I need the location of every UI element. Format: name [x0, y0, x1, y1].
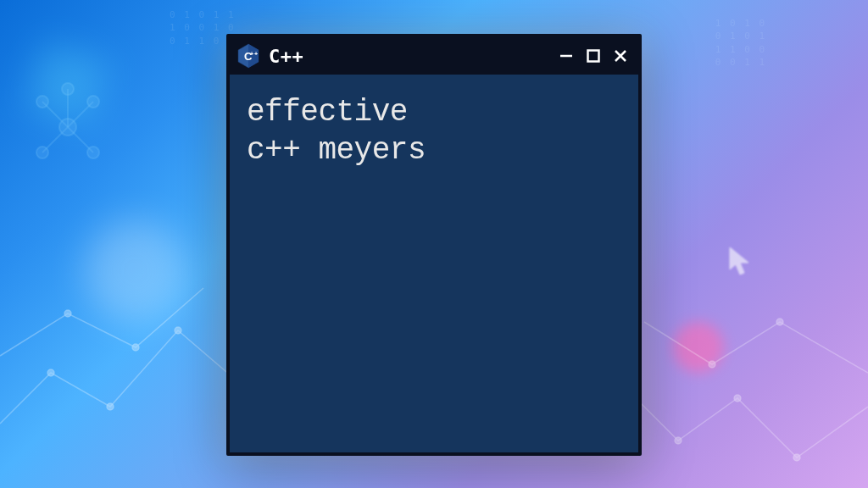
- maximize-button[interactable]: [584, 47, 603, 65]
- svg-point-2: [175, 327, 181, 334]
- svg-point-18: [36, 147, 48, 158]
- terminal-body[interactable]: effective c++ meyers: [230, 75, 638, 452]
- terminal-line: effective: [247, 95, 408, 130]
- svg-text:+: +: [250, 51, 253, 57]
- terminal-window: C + + C++ effective c++ meyers: [226, 34, 642, 456]
- bg-orb: [85, 220, 186, 322]
- bg-binary-texture: 1 0 1 0 0 1 0 1 1 1 0 0 0 0 1 1: [715, 17, 766, 69]
- bg-shape: [26, 43, 109, 126]
- svg-point-19: [87, 147, 99, 158]
- svg-rect-27: [588, 51, 599, 62]
- bg-binary-texture: 0 1 0 1 1 1 0 0 1 0 0 1 1 0 1: [170, 8, 236, 47]
- close-button[interactable]: [611, 47, 630, 65]
- terminal-line: c++ meyers: [247, 133, 426, 168]
- svg-point-0: [47, 369, 54, 376]
- bg-glow: [673, 322, 724, 373]
- titlebar[interactable]: C + + C++: [230, 37, 638, 75]
- svg-point-5: [675, 437, 682, 444]
- svg-point-6: [734, 395, 741, 402]
- cpp-hexagon-icon: C + +: [235, 42, 262, 69]
- svg-point-3: [64, 310, 71, 317]
- window-title: C++: [269, 46, 550, 67]
- window-controls: [557, 47, 630, 65]
- svg-point-1: [107, 403, 114, 410]
- svg-point-4: [132, 344, 139, 351]
- svg-text:+: +: [254, 51, 258, 57]
- svg-line-12: [42, 127, 68, 152]
- svg-line-13: [68, 127, 93, 152]
- terminal-output: effective c++ meyers: [247, 93, 621, 169]
- minimize-button[interactable]: [557, 47, 576, 65]
- svg-point-9: [776, 319, 783, 325]
- svg-point-7: [793, 454, 800, 461]
